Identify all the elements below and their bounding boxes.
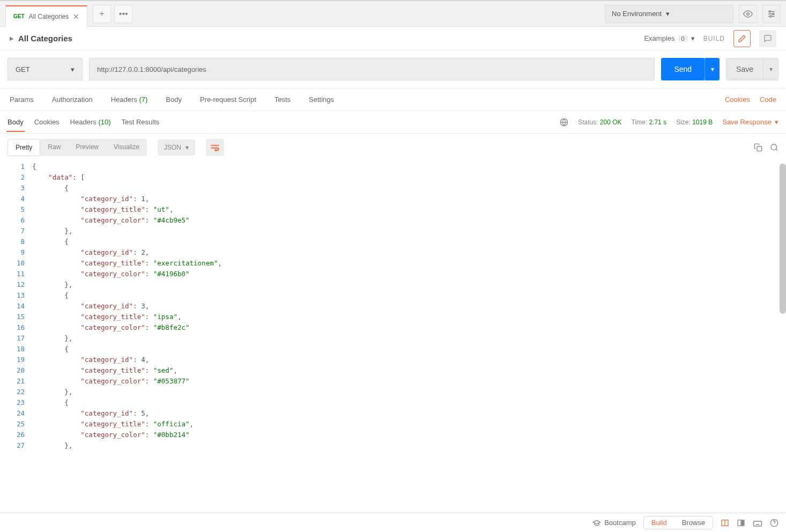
cookies-link[interactable]: Cookies: [725, 95, 750, 104]
line-number: 26: [0, 430, 32, 440]
url-input[interactable]: http://127.0.0.1:8000/api/categories: [89, 58, 655, 80]
tab-authorization[interactable]: Authorization: [52, 95, 93, 104]
size-label: Size:: [676, 119, 691, 126]
code-text: "category_color": "#b8fe2c": [32, 322, 190, 333]
code-link[interactable]: Code: [760, 95, 776, 104]
view-visualize[interactable]: Visualize: [106, 139, 147, 156]
line-number: 7: [0, 226, 32, 237]
keyboard-icon[interactable]: [753, 519, 762, 527]
eye-icon[interactable]: [739, 5, 757, 23]
svg-point-11: [771, 144, 777, 150]
code-line: 6 "category_color": "#4cb9e5": [0, 215, 786, 226]
comment-icon[interactable]: [759, 30, 776, 47]
line-number: 14: [0, 301, 32, 312]
close-icon[interactable]: ✕: [73, 12, 79, 21]
view-raw[interactable]: Raw: [40, 139, 68, 156]
build-link[interactable]: BUILD: [703, 35, 725, 42]
chevron-down-icon: ▾: [666, 10, 670, 18]
view-mode-tabs: Pretty Raw Preview Visualize: [8, 139, 147, 156]
code-text: "data": [: [32, 172, 85, 183]
resp-tab-cookies[interactable]: Cookies: [34, 118, 60, 126]
code-line: 16 "category_color": "#b8fe2c": [0, 322, 786, 333]
view-pretty[interactable]: Pretty: [8, 139, 40, 156]
svg-rect-17: [741, 520, 744, 525]
tab-headers[interactable]: Headers (7): [111, 95, 148, 104]
new-tab-button[interactable]: ＋: [93, 5, 111, 23]
resp-tab-headers[interactable]: Headers (10): [70, 118, 111, 126]
code-text: {: [32, 290, 69, 301]
settings-sliders-icon[interactable]: [762, 5, 781, 23]
line-number: 15: [0, 312, 32, 322]
line-number: 19: [0, 354, 32, 365]
wrap-lines-icon[interactable]: [206, 139, 224, 156]
scrollbar-thumb[interactable]: [780, 164, 786, 314]
tab-params[interactable]: Params: [10, 95, 34, 104]
tab-body[interactable]: Body: [166, 95, 182, 104]
code-line: 9 "category_id": 2,: [0, 247, 786, 258]
chevron-down-icon: ▾: [71, 65, 75, 73]
send-dropdown[interactable]: ▾: [705, 58, 720, 80]
response-code[interactable]: 1{2 "data": [3 {4 "category_id": 1,5 "ca…: [0, 161, 786, 513]
tab-all-categories[interactable]: GET All Categories ✕: [5, 5, 87, 27]
code-text: "category_id": 2,: [32, 247, 149, 258]
code-text: },: [32, 440, 72, 451]
code-line: 12 },: [0, 279, 786, 290]
globe-icon[interactable]: [560, 118, 568, 127]
code-line: 11 "category_color": "#4196b0": [0, 269, 786, 279]
code-line: 18 {: [0, 344, 786, 354]
request-header: ▶ All Categories Examples 0 ▾ BUILD: [0, 27, 786, 50]
size-value: 1019 B: [692, 119, 713, 126]
code-text: {: [32, 397, 69, 408]
line-number: 17: [0, 333, 32, 344]
view-preview[interactable]: Preview: [68, 139, 106, 156]
response-tabs: Body Cookies Headers (10) Test Results S…: [0, 111, 786, 134]
status-label: Status:: [578, 119, 598, 126]
time-value: 2.71 s: [649, 119, 666, 126]
tab-tests[interactable]: Tests: [275, 95, 291, 104]
line-number: 6: [0, 215, 32, 226]
code-line: 8 {: [0, 237, 786, 247]
copy-icon[interactable]: [754, 143, 762, 152]
resp-tab-body[interactable]: Body: [8, 118, 24, 126]
code-text: "category_title": "officia",: [32, 419, 194, 430]
mode-build[interactable]: Build: [644, 516, 674, 529]
search-icon[interactable]: [770, 143, 778, 152]
save-response-dropdown[interactable]: Save Response ▾: [722, 118, 778, 126]
line-number: 5: [0, 204, 32, 215]
time-label: Time:: [632, 119, 648, 126]
code-line: 17 },: [0, 333, 786, 344]
help-icon[interactable]: [770, 519, 778, 527]
environment-select[interactable]: No Environment ▾: [605, 5, 733, 23]
line-number: 12: [0, 279, 32, 290]
examples-dropdown[interactable]: Examples 0 ▾: [644, 34, 694, 42]
code-line: 4 "category_id": 1,: [0, 194, 786, 204]
tab-overflow-button[interactable]: •••: [114, 5, 132, 23]
bootcamp-link[interactable]: Bootcamp: [592, 519, 636, 527]
line-number: 9: [0, 247, 32, 258]
mode-browse[interactable]: Browse: [674, 516, 713, 529]
mode-toggle[interactable]: Build Browse: [643, 516, 713, 529]
edit-icon[interactable]: [733, 30, 751, 47]
line-number: 25: [0, 419, 32, 430]
resp-tab-test-results[interactable]: Test Results: [122, 118, 160, 126]
save-button[interactable]: Save: [726, 58, 763, 80]
line-number: 23: [0, 397, 32, 408]
code-line: 2 "data": [: [0, 172, 786, 183]
code-text: "category_color": "#0bb214": [32, 430, 190, 440]
line-number: 2: [0, 172, 32, 183]
two-pane-icon[interactable]: [721, 519, 729, 527]
line-number: 11: [0, 269, 32, 279]
toggle-pane-icon[interactable]: [737, 519, 745, 527]
line-number: 3: [0, 183, 32, 194]
save-dropdown[interactable]: ▾: [763, 58, 778, 80]
code-text: {: [32, 344, 69, 354]
tab-settings[interactable]: Settings: [309, 95, 334, 104]
send-button[interactable]: Send: [661, 58, 705, 80]
svg-point-6: [770, 16, 772, 17]
method-select[interactable]: GET ▾: [8, 58, 83, 80]
caret-right-icon[interactable]: ▶: [10, 35, 14, 41]
format-select[interactable]: JSON ▾: [158, 139, 195, 156]
tab-prerequest[interactable]: Pre-request Script: [200, 95, 256, 104]
environment-label: No Environment: [612, 10, 662, 18]
code-text: "category_color": "#053877": [32, 376, 190, 387]
